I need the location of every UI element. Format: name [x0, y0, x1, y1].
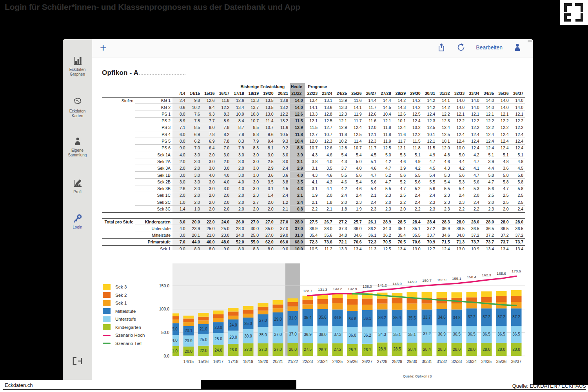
cell: 2.2 — [393, 199, 408, 205]
cell: 12.1 — [423, 138, 437, 144]
cell: 5.6 — [452, 172, 467, 178]
cell: 2.0 — [334, 199, 349, 205]
cell: 34.8 — [452, 232, 467, 238]
cell: 5.8 — [496, 172, 511, 178]
cell: 12.4 — [496, 138, 511, 144]
cell: 7.6 — [187, 111, 202, 117]
cell: 3.1 — [290, 158, 305, 165]
cell: 11.5 — [408, 138, 423, 144]
cell: 23.9 — [187, 225, 202, 232]
sidebar-item-login[interactable]: Login — [63, 213, 92, 230]
footer-link-eckdaten[interactable]: Eckdaten.ch — [5, 382, 33, 388]
cell: 3.9 — [481, 158, 496, 165]
row-label: Primarstufe — [135, 239, 172, 245]
bar-value-label: 20.1 — [185, 328, 192, 333]
cell: 4.0 — [349, 165, 364, 172]
bar-value-label: 22.0 — [200, 348, 207, 353]
cell: 2.0 — [187, 192, 202, 199]
cell: 4.7 — [423, 158, 437, 165]
cell: 11.8 — [334, 131, 349, 138]
row-label: Sek 1A — [135, 151, 172, 158]
cell: 21.0 — [202, 232, 217, 238]
cell: 5.3 — [452, 178, 467, 185]
cell: 2.2 — [305, 205, 320, 212]
bar-segment-sek-2 — [377, 298, 388, 303]
user-icon[interactable] — [513, 43, 522, 52]
cell: 4.5 — [364, 151, 379, 158]
cell: 3.9 — [290, 151, 305, 158]
cell: 5.5 — [334, 172, 349, 178]
sidebar-item-profi[interactable]: Profi — [63, 178, 92, 194]
cell: 4.8 — [511, 158, 526, 165]
bar-segment-sek-1 — [347, 305, 358, 311]
year-header: 27/28 — [378, 90, 393, 96]
bar-value-label: 34.8 — [453, 316, 461, 320]
footer-source-link[interactable]: Quelle: ECKDATEN / ECKHAUS — [512, 383, 586, 389]
cell: 36.5 — [496, 225, 511, 232]
sidebar-item-eckdaten-karten[interactable]: EckdatenKarten — [63, 97, 92, 118]
refresh-icon[interactable] — [456, 43, 466, 52]
cell: 2.3 — [481, 205, 496, 212]
x-tick-label: 20/21 — [273, 359, 283, 364]
cell: 10.5 — [276, 131, 290, 138]
cell: 10.7 — [246, 117, 261, 124]
cell: 9.0 — [172, 246, 187, 250]
cell: 13.8 — [276, 97, 290, 104]
cell: 10.9 — [231, 111, 246, 117]
cell: 12.4 — [452, 131, 467, 138]
cell: 12.2 — [466, 124, 481, 131]
cell: 28.0 — [231, 225, 246, 232]
cell: 2.2 — [408, 205, 423, 212]
cell: 29.0 — [276, 232, 290, 238]
edit-button[interactable]: Bearbeiten — [476, 44, 503, 51]
cell: 8.8 — [246, 131, 261, 138]
bar-value-label: 37.2 — [483, 315, 490, 319]
cell: 34.6 — [349, 232, 364, 238]
cell: 12.4 — [437, 124, 452, 131]
cell: 3.0 — [246, 178, 261, 185]
bar-value-label: 28.0 — [483, 347, 490, 352]
table-row: Sek 3A 2.02.03.03.02.03.02.92.42.93.13.5… — [102, 165, 525, 172]
cell: 13.5 — [261, 104, 276, 111]
row-label: Kindergarten — [135, 218, 172, 225]
table-row: Primarstufe 7.044.046.048.052.055.062.06… — [102, 239, 525, 245]
cell: 5.6 — [364, 178, 379, 185]
cell: 10.0 — [452, 145, 467, 151]
cell: 6.0 — [172, 131, 187, 138]
bar-value-label: 25.0 — [244, 321, 252, 326]
x-tick-label: 35/36 — [496, 359, 506, 364]
stufen-table: Stufen KG 1 2.49.812.611.812.613.313.513… — [102, 97, 525, 213]
row-label: PS 5 — [135, 138, 172, 144]
bar-value-label: 28.0 — [453, 347, 461, 352]
cell: 4.3 — [319, 178, 334, 185]
sidebar-item-eigene-sammlung[interactable]: EigeneSammlung — [63, 136, 92, 158]
cell: 9.3 — [202, 111, 217, 117]
cell: 8.4 — [231, 117, 246, 124]
profi-icon — [73, 178, 83, 188]
x-tick-label: 34/35 — [481, 359, 492, 364]
cell: 5.3 — [466, 185, 481, 192]
cell: 27.2 — [334, 218, 349, 225]
cell: 52.0 — [231, 239, 246, 245]
cell: 12.6 — [290, 111, 305, 117]
bar-value-label: 24.0 — [229, 323, 237, 327]
x-tick-label: 32/33 — [452, 359, 462, 364]
clipped-row: Sek 1 9.08.08.09.08.08.38.09.010.010.511… — [102, 246, 525, 250]
share-icon[interactable] — [437, 43, 446, 52]
cell: 1.9 — [349, 205, 364, 212]
cell: 4.2 — [466, 151, 481, 158]
table-row: Sek 3B 2.63.03.03.04.03.03.14.54.33.14.1… — [102, 185, 525, 192]
bar-value-label: 27.2 — [334, 347, 341, 352]
cell: 2.5 — [261, 158, 276, 165]
add-button[interactable]: + — [100, 42, 106, 54]
cell: 14.0 — [481, 104, 496, 111]
bar-value-label: 37.0 — [289, 332, 297, 336]
row-group-label — [102, 178, 135, 185]
cell: 27.0 — [276, 218, 290, 225]
sidebar-item-eckdaten-graphen[interactable]: EckdatenGraphen — [63, 56, 92, 77]
cell: 10.4 — [378, 111, 393, 117]
scrollbar-thumb[interactable] — [528, 40, 532, 42]
header-prognose: Prognose — [305, 83, 526, 90]
cell: 12.1 — [496, 111, 511, 117]
cell: 14.1 — [305, 104, 320, 111]
